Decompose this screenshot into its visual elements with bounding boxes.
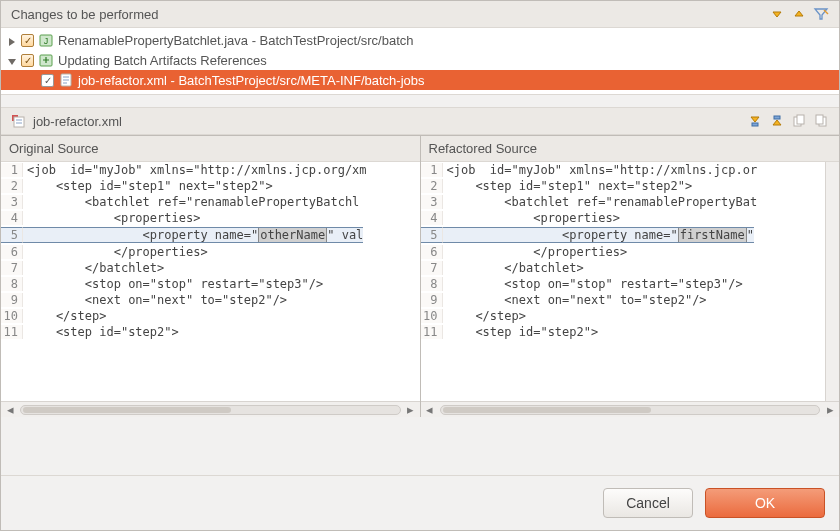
editor-tab-bar: job-refactor.xml [1, 107, 839, 135]
collapse-icon[interactable] [7, 55, 17, 65]
checkbox[interactable]: ✓ [41, 74, 54, 87]
java-change-icon: J [38, 32, 54, 48]
ok-button[interactable]: OK [705, 488, 825, 518]
line-num: 8 [1, 277, 23, 291]
line-num: 7 [421, 261, 443, 275]
line-num: 5 [1, 227, 23, 243]
cancel-button[interactable]: Cancel [603, 488, 693, 518]
tree-node-xml-file-selected[interactable]: ✓ job-refactor.xml - BatchTestProject/sr… [1, 70, 839, 90]
line-num: 6 [421, 245, 443, 259]
line-num: 5 [421, 227, 443, 243]
code-text: </step> [23, 309, 106, 323]
line-num: 10 [421, 309, 443, 323]
highlighted-diff-line[interactable]: 5 <property name="otherName" val [1, 226, 420, 244]
changes-title: Changes to be performed [11, 7, 158, 22]
pane-header-original: Original Source [1, 136, 420, 162]
line-num: 10 [1, 309, 23, 323]
svg-rect-11 [816, 115, 823, 124]
xml-file-icon [58, 72, 74, 88]
code-text: <next on="next" to="step2"/> [23, 293, 287, 307]
tree-label: job-refactor.xml - BatchTestProject/src/… [78, 73, 425, 88]
spacer-area [1, 417, 839, 475]
prev-diff-icon[interactable] [769, 113, 785, 129]
scroll-left-icon[interactable]: ◂ [424, 404, 436, 416]
line-num: 2 [421, 179, 443, 193]
line-num: 8 [421, 277, 443, 291]
code-text: <job id="myJob" xmlns="http://xmlns.jcp.… [443, 163, 758, 177]
code-text: <batchlet ref="renamablePropertyBat [443, 195, 758, 209]
checkbox[interactable]: ✓ [21, 34, 34, 47]
line-num: 1 [421, 163, 443, 177]
code-text: </batchlet> [23, 261, 164, 275]
original-source-pane: Original Source 1<job id="myJob" xmlns="… [1, 136, 421, 417]
tree-label: RenamablePropertyBatchlet.java - BatchTe… [58, 33, 414, 48]
vertical-scrollbar[interactable] [825, 162, 839, 401]
original-code-viewer[interactable]: 1<job id="myJob" xmlns="http://xmlns.jcp… [1, 162, 420, 401]
scroll-right-icon[interactable]: ▸ [824, 404, 836, 416]
code-text: </properties> [443, 245, 628, 259]
code-text: <step id="step1" next="step2"> [443, 179, 693, 193]
line-num: 3 [421, 195, 443, 209]
changes-toolbar [769, 6, 829, 22]
code-text: <step id="step1" next="step2"> [23, 179, 273, 193]
filter-icon[interactable] [813, 6, 829, 22]
line-num: 9 [1, 293, 23, 307]
line-num: 4 [421, 211, 443, 225]
svg-text:J: J [44, 36, 49, 46]
code-text: <properties> [23, 211, 200, 225]
code-text: <job id="myJob" xmlns="http://xmlns.jcp.… [23, 163, 367, 177]
changes-header: Changes to be performed [1, 1, 839, 28]
svg-rect-6 [752, 123, 758, 126]
tree-node-updating-refs[interactable]: ✓ Updating Batch Artifacts References [1, 50, 839, 70]
line-num: 3 [1, 195, 23, 209]
pane-header-refactored: Refactored Source [421, 136, 840, 162]
button-bar: Cancel OK [1, 475, 839, 530]
editor-filename: job-refactor.xml [33, 114, 122, 129]
code-text: <next on="next" to="step2"/> [443, 293, 707, 307]
line-num: 11 [1, 325, 23, 339]
scroll-right-icon[interactable]: ▸ [405, 404, 417, 416]
prev-change-icon[interactable] [791, 6, 807, 22]
compare-toolbar [747, 113, 829, 129]
line-num: 1 [1, 163, 23, 177]
code-text: </step> [443, 309, 526, 323]
next-change-icon[interactable] [769, 6, 785, 22]
refs-icon [38, 52, 54, 68]
expand-icon[interactable] [7, 35, 17, 45]
svg-rect-7 [774, 116, 780, 119]
code-text: <stop on="stop" restart="step3"/> [443, 277, 743, 291]
next-diff-icon[interactable] [747, 113, 763, 129]
line-num: 6 [1, 245, 23, 259]
batch-file-icon [11, 113, 27, 129]
highlighted-diff-line[interactable]: 5 <property name="firstName" [421, 226, 826, 244]
svg-rect-9 [797, 115, 804, 124]
scrollbar-track[interactable] [20, 405, 401, 415]
copy-left-icon[interactable] [791, 113, 807, 129]
diff-token-new: firstName [678, 227, 747, 243]
tree-label: Updating Batch Artifacts References [58, 53, 267, 68]
code-text: <batchlet ref="renamablePropertyBatchl [23, 195, 359, 209]
line-num: 9 [421, 293, 443, 307]
horizontal-scrollbar[interactable]: ◂ ▸ [1, 401, 420, 417]
code-text: </properties> [23, 245, 208, 259]
scrollbar-thumb[interactable] [443, 407, 651, 413]
editor-tab-title-area: job-refactor.xml [11, 113, 122, 129]
refactor-preview-window: Changes to be performed ✓ [0, 0, 840, 531]
diff-token-old: otherName [258, 227, 327, 243]
code-text: <property name="otherName" val [23, 227, 363, 243]
checkbox[interactable]: ✓ [21, 54, 34, 67]
refactored-code-viewer[interactable]: 1<job id="myJob" xmlns="http://xmlns.jcp… [421, 162, 826, 401]
scrollbar-thumb[interactable] [23, 407, 231, 413]
refactored-source-pane: Refactored Source 1<job id="myJob" xmlns… [421, 136, 840, 417]
code-text: </batchlet> [443, 261, 584, 275]
code-text: <step id="step2"> [23, 325, 179, 339]
tree-node-java-file[interactable]: ✓ J RenamablePropertyBatchlet.java - Bat… [1, 30, 839, 50]
compare-area: Original Source 1<job id="myJob" xmlns="… [1, 135, 839, 417]
changes-tree: ✓ J RenamablePropertyBatchlet.java - Bat… [1, 28, 839, 94]
horizontal-scrollbar[interactable]: ◂ ▸ [421, 401, 840, 417]
code-text: <stop on="stop" restart="step3"/> [23, 277, 323, 291]
scroll-left-icon[interactable]: ◂ [4, 404, 16, 416]
scrollbar-track[interactable] [440, 405, 821, 415]
code-text: <property name="firstName" [443, 227, 754, 243]
copy-right-icon[interactable] [813, 113, 829, 129]
